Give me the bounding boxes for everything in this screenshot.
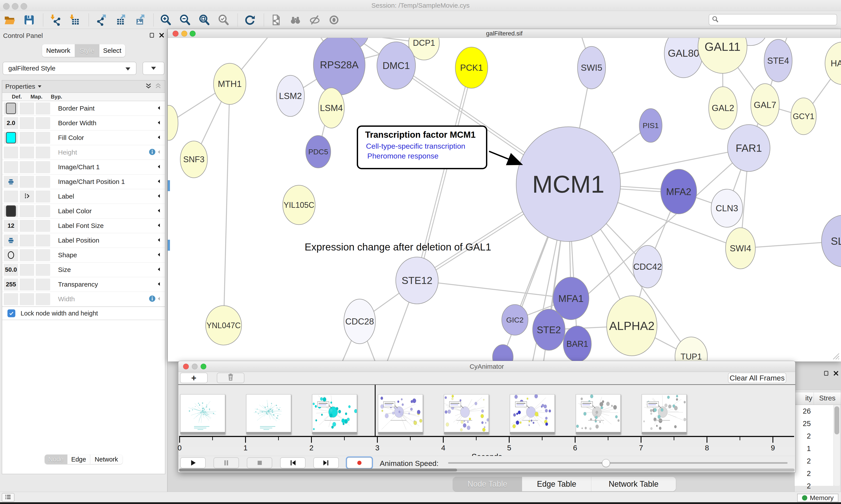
- network-node-CDC28[interactable]: CDC28: [344, 299, 375, 344]
- byp-cell[interactable]: [36, 146, 50, 159]
- network-node-LSM4[interactable]: LSM4: [319, 88, 344, 128]
- annotation-link[interactable]: Cell-type-specific transcription: [366, 142, 486, 150]
- byp-cell[interactable]: [36, 278, 50, 290]
- add-frame-button[interactable]: +: [180, 373, 208, 383]
- network-node-HAP2[interactable]: HAP2: [825, 42, 841, 85]
- speed-slider-handle[interactable]: [602, 459, 610, 467]
- map-cell[interactable]: [20, 293, 34, 305]
- float-panel-icon[interactable]: [823, 370, 829, 377]
- property-row-image-chart-1[interactable]: Image/Chart 1: [2, 160, 165, 175]
- annotation-text[interactable]: Expression change after deletion of GAL1: [305, 241, 491, 253]
- properties-header[interactable]: Properties: [5, 83, 35, 90]
- network-node-GIC2[interactable]: GIC2: [502, 305, 528, 335]
- byp-cell[interactable]: [36, 117, 50, 129]
- timeline-frame-4[interactable]: [444, 394, 489, 434]
- network-node-STE12[interactable]: STE12: [396, 257, 438, 304]
- network-node-MTH1[interactable]: MTH1: [214, 63, 246, 105]
- timeline-scrollbar[interactable]: [179, 469, 794, 472]
- property-row-width[interactable]: Width: [2, 292, 165, 307]
- network-node-PCK1[interactable]: PCK1: [455, 47, 488, 88]
- tab-network-table[interactable]: Network Table: [591, 477, 676, 491]
- map-cell[interactable]: [20, 278, 34, 290]
- network-node-PDC5[interactable]: PDC5: [306, 136, 331, 168]
- map-cell[interactable]: [20, 103, 34, 114]
- def-cell[interactable]: [4, 103, 18, 114]
- export-image-icon[interactable]: [133, 14, 146, 26]
- tab-node[interactable]: Node: [45, 454, 68, 464]
- network-node-LSM2[interactable]: LSM2: [276, 75, 304, 116]
- cyanimator-titlebar[interactable]: CyAnimator: [178, 361, 795, 372]
- def-cell[interactable]: [4, 191, 18, 202]
- animation-timeline[interactable]: 0123456789Seconds: [178, 385, 795, 447]
- def-cell[interactable]: [4, 293, 18, 305]
- map-cell[interactable]: [20, 161, 34, 173]
- save-session-icon[interactable]: [23, 14, 35, 26]
- lock-checkbox[interactable]: [7, 309, 15, 317]
- refresh-layout-icon[interactable]: [244, 14, 256, 26]
- expand-row-icon[interactable]: [156, 149, 162, 156]
- property-row-label[interactable]: Label: [2, 189, 165, 204]
- open-session-icon[interactable]: [3, 14, 16, 26]
- byp-cell[interactable]: [36, 161, 50, 173]
- byp-cell[interactable]: [36, 103, 50, 114]
- zoom-fit-icon[interactable]: [198, 14, 211, 26]
- style-options-button[interactable]: [143, 62, 164, 75]
- def-cell[interactable]: [4, 132, 18, 144]
- network-node-SNF3[interactable]: SNF3: [180, 141, 208, 178]
- network-node-RPS28A[interactable]: RPS28A: [314, 38, 365, 95]
- network-document-icon[interactable]: [270, 14, 283, 26]
- map-cell[interactable]: [20, 205, 34, 217]
- import-table-icon[interactable]: [68, 14, 81, 26]
- previous-button[interactable]: [280, 457, 305, 468]
- network-node-YIL105C[interactable]: YIL105C: [283, 185, 315, 224]
- byp-cell[interactable]: [36, 293, 50, 305]
- memory-button[interactable]: Memory: [797, 494, 838, 502]
- expand-row-icon[interactable]: [156, 134, 162, 141]
- info-icon[interactable]: [148, 295, 156, 303]
- def-cell[interactable]: [4, 234, 18, 247]
- map-cell[interactable]: [20, 132, 34, 144]
- network-node-SLT2[interactable]: SLT2: [822, 215, 841, 267]
- speed-slider-track[interactable]: [448, 462, 788, 464]
- network-node-SWI5[interactable]: SWI5: [577, 47, 606, 89]
- tab-select[interactable]: Select: [100, 44, 125, 57]
- expand-row-icon[interactable]: [156, 281, 162, 288]
- expand-row-icon[interactable]: [156, 267, 162, 273]
- network-node-GCY1[interactable]: GCY1: [791, 98, 816, 134]
- delete-frame-button[interactable]: [217, 373, 245, 383]
- network-node-CDC42[interactable]: CDC42: [633, 246, 662, 288]
- def-cell[interactable]: [4, 161, 18, 173]
- table-scrollbar[interactable]: [834, 405, 840, 486]
- property-row-height[interactable]: Height: [2, 145, 165, 160]
- tab-network[interactable]: Network: [42, 44, 75, 57]
- network-node-MCM1[interactable]: MCM1: [516, 127, 621, 241]
- resize-grip[interactable]: [830, 350, 840, 360]
- map-cell[interactable]: [20, 117, 34, 129]
- zoom-selected-icon[interactable]: [217, 14, 230, 26]
- info-icon[interactable]: [148, 148, 156, 157]
- stop-button[interactable]: [247, 457, 272, 468]
- network-node-DMC1[interactable]: DMC1: [377, 42, 415, 89]
- timeline-frame-1[interactable]: [246, 394, 291, 434]
- table-cell[interactable]: 2: [794, 480, 814, 492]
- tab-edge-table[interactable]: Edge Table: [522, 477, 591, 491]
- expand-row-icon[interactable]: [156, 105, 162, 112]
- def-cell[interactable]: [4, 205, 18, 217]
- network-node-SWI4[interactable]: SWI4: [726, 228, 755, 269]
- property-row-label-position[interactable]: Label Position: [2, 233, 165, 248]
- def-cell[interactable]: 12: [4, 220, 18, 232]
- network-node-GAL80[interactable]: GAL80: [664, 38, 703, 78]
- table-cell[interactable]: 1: [794, 443, 814, 455]
- map-cell[interactable]: [20, 191, 34, 202]
- annotation-box[interactable]: Transcription factor MCM1 Cell-type-spec…: [357, 125, 487, 169]
- property-row-fill-color[interactable]: Fill Color: [2, 130, 165, 145]
- property-row-transparency[interactable]: 255Transparency: [2, 277, 165, 292]
- property-row-image-chart-position-1[interactable]: Image/Chart Position 1: [2, 175, 165, 189]
- expand-all-icon[interactable]: [143, 82, 152, 91]
- byp-cell[interactable]: [36, 205, 50, 217]
- clear-all-frames-button[interactable]: Clear All Frames: [728, 373, 786, 383]
- def-cell[interactable]: 2.0: [4, 117, 18, 129]
- tab-network[interactable]: Network: [90, 454, 123, 464]
- network-node-n_bot1[interactable]: [493, 345, 513, 361]
- timeline-frame-0[interactable]: [180, 394, 225, 434]
